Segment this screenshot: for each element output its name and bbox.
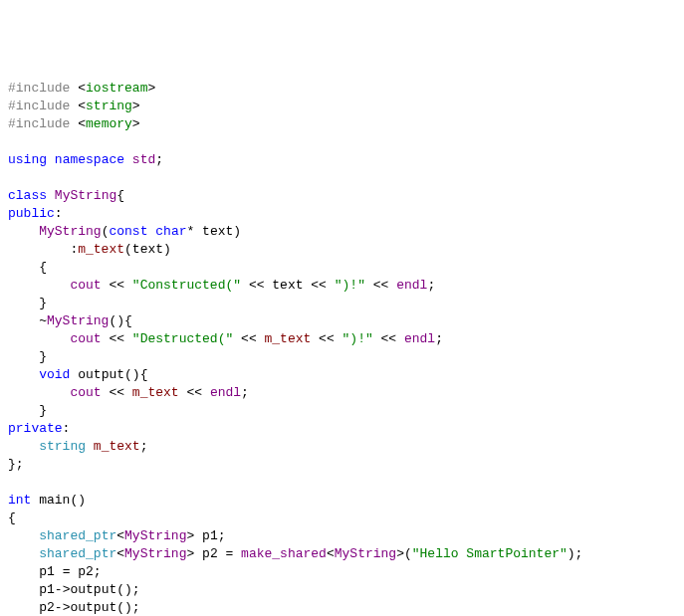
code-line: } xyxy=(8,403,47,418)
code-line: p1->output(); xyxy=(8,582,140,597)
code-line: shared_ptr<MyString> p2 = make_shared<My… xyxy=(8,546,582,561)
code-line: p1 = p2; xyxy=(8,564,102,579)
code-line: cout << m_text << endl; xyxy=(8,385,249,400)
code-line: #include <memory> xyxy=(8,116,140,131)
code-line: int main() xyxy=(8,493,86,508)
code-line: } xyxy=(8,349,47,364)
code-line: p2->output(); xyxy=(8,600,140,615)
code-line: { xyxy=(8,260,47,275)
code-editor[interactable]: #include <iostream> #include <string> #i… xyxy=(8,80,676,616)
code-line: cout << "Destructed(" << m_text << ")!" … xyxy=(8,331,443,346)
code-line: { xyxy=(8,511,16,525)
code-line: private: xyxy=(8,421,70,436)
code-line: }; xyxy=(8,457,24,472)
code-line: class MyString{ xyxy=(8,188,124,203)
code-line: string m_text; xyxy=(8,439,147,454)
code-line: public: xyxy=(8,206,63,221)
code-line: void output(){ xyxy=(8,367,147,382)
preproc: #include xyxy=(8,81,78,96)
code-line: #include <iostream> xyxy=(8,81,155,96)
code-line: using namespace std; xyxy=(8,152,163,167)
code-line: :m_text(text) xyxy=(8,242,171,257)
code-line: shared_ptr<MyString> p1; xyxy=(8,528,226,543)
code-line: cout << "Constructed(" << text << ")!" <… xyxy=(8,278,435,293)
code-line: MyString(const char* text) xyxy=(8,224,241,239)
code-line: ~MyString(){ xyxy=(8,313,132,328)
code-line: } xyxy=(8,296,47,310)
code-line: #include <string> xyxy=(8,99,140,113)
